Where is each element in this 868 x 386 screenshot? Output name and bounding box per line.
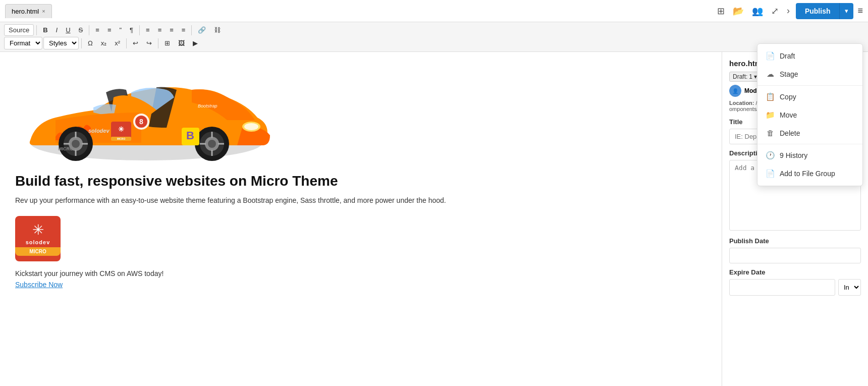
- svg-point-14: [208, 140, 216, 148]
- users-icon-btn[interactable]: 👥: [750, 4, 765, 19]
- editor-area[interactable]: ✳ MICRO B 8 solodev MICRO Bootstrap Buil…: [0, 52, 722, 386]
- bold-button[interactable]: B: [39, 24, 51, 36]
- superscript-button[interactable]: x²: [111, 37, 124, 49]
- unlink-button[interactable]: ⛓: [210, 24, 224, 36]
- dropdown-copy-label: Copy: [780, 93, 796, 101]
- quote-icon: ": [119, 26, 122, 34]
- align-justify-button[interactable]: ≡: [178, 24, 189, 36]
- svg-text:✳: ✳: [118, 125, 124, 133]
- top-bar: hero.html × ⊞ 📂 👥 ⤢ › Publish ▾ ≡: [0, 0, 868, 22]
- dropdown-item-copy[interactable]: 📋 Copy: [757, 88, 862, 106]
- dropdown-divider-2: [757, 144, 862, 144]
- align-justify-icon: ≡: [182, 26, 186, 34]
- folder-icon-btn[interactable]: 📂: [731, 4, 746, 19]
- image-button[interactable]: 🖼: [175, 37, 188, 49]
- svg-point-2: [244, 123, 258, 130]
- file-tab[interactable]: hero.html ×: [5, 4, 52, 18]
- svg-text:8: 8: [139, 118, 143, 126]
- align-center-icon: ≡: [158, 26, 162, 34]
- subscript-button[interactable]: x₂: [97, 37, 111, 49]
- unlink-icon: ⛓: [214, 26, 221, 34]
- expand-icon-btn[interactable]: ⤢: [769, 4, 781, 19]
- subscribe-now-link[interactable]: Subscribe Now: [15, 281, 63, 289]
- align-right-button[interactable]: ≡: [166, 24, 177, 36]
- add-file-group-icon: 📄: [766, 169, 775, 178]
- more-icon-btn[interactable]: ›: [785, 4, 792, 18]
- publish-date-label: Publish Date: [729, 237, 861, 245]
- align-center-button[interactable]: ≡: [154, 24, 166, 36]
- top-bar-right: ⊞ 📂 👥 ⤢ › Publish ▾ ≡: [715, 3, 863, 19]
- publish-dropdown-btn[interactable]: ▾: [839, 3, 853, 19]
- align-left-button[interactable]: ≡: [142, 24, 153, 36]
- align-left-icon: ≡: [146, 26, 150, 34]
- hamburger-icon: ≡: [857, 6, 863, 16]
- car-image: ✳ MICRO B 8 solodev MICRO Bootstrap: [15, 62, 278, 173]
- toolbar-divider-3: [139, 25, 140, 35]
- hamburger-button[interactable]: ≡: [857, 6, 863, 16]
- publish-date-field-group: Publish Date 09/04/2024 05:52 PM: [729, 237, 861, 263]
- blockquote-button[interactable]: ": [116, 24, 125, 36]
- editor-cta-text: Kickstart your journey with CMS on AWS t…: [15, 269, 707, 278]
- table-button[interactable]: ⊞: [161, 37, 174, 49]
- list-ul-icon: ≡: [95, 26, 99, 34]
- italic-button[interactable]: I: [52, 24, 62, 36]
- publish-date-input[interactable]: 09/04/2024 05:52 PM: [729, 248, 861, 263]
- dropdown-add-file-group-label: Add to File Group: [780, 170, 835, 178]
- dropdown-item-delete[interactable]: 🗑 Delete: [757, 124, 862, 142]
- link-button[interactable]: 🔗: [194, 24, 209, 36]
- move-icon: 📁: [766, 111, 775, 120]
- svg-text:Bootstrap: Bootstrap: [198, 103, 218, 108]
- copy-icon: 📋: [766, 92, 775, 101]
- expire-date-input[interactable]: [729, 279, 835, 296]
- special-char-button[interactable]: Ω: [84, 37, 96, 49]
- toolbar-divider-4: [191, 25, 192, 35]
- undo-icon: ↩: [133, 39, 138, 47]
- video-button[interactable]: ▶: [189, 37, 201, 49]
- underline-button[interactable]: U: [62, 24, 74, 36]
- draft-label: Draft:: [733, 73, 747, 80]
- expire-date-field-group: Expire Date In: [729, 268, 861, 296]
- solodev-logo: ✳ solodev MICRO: [15, 216, 61, 261]
- publish-btn-container: Publish ▾: [796, 3, 854, 19]
- expire-in-select[interactable]: In: [838, 279, 861, 296]
- superscript-icon: x²: [115, 39, 120, 47]
- subscript-icon: x₂: [101, 39, 107, 47]
- dropdown-item-add-file-group[interactable]: 📄 Add to File Group: [757, 164, 862, 183]
- chevron-down-icon: ▾: [845, 7, 848, 15]
- users-icon: 👥: [752, 6, 763, 17]
- unordered-list-button[interactable]: ≡: [92, 24, 103, 36]
- strikethrough-button[interactable]: S: [75, 24, 87, 36]
- tab-filename: hero.html: [12, 8, 39, 15]
- video-icon: ▶: [193, 39, 198, 47]
- dropdown-item-history[interactable]: 🕐 9 History: [757, 146, 862, 164]
- logo-snowflake-icon: ✳: [32, 222, 44, 238]
- dropdown-divider-1: [757, 85, 862, 86]
- dropdown-item-move[interactable]: 📁 Move: [757, 106, 862, 124]
- dropdown-move-label: Move: [780, 111, 797, 119]
- svg-text:MICRO: MICRO: [117, 137, 126, 140]
- tab-close-btn[interactable]: ×: [42, 8, 45, 14]
- redo-button[interactable]: ↪: [143, 37, 155, 49]
- expand-icon: ⤢: [771, 6, 779, 17]
- dropdown-item-draft[interactable]: 📄 Draft: [757, 52, 862, 65]
- history-icon: 🕐: [766, 151, 775, 160]
- svg-text:👤: 👤: [732, 88, 739, 94]
- logo-text: solodev: [26, 239, 50, 245]
- stage-icon: ☁: [766, 70, 775, 79]
- toolbar-divider-7: [158, 38, 158, 48]
- format-select[interactable]: Format: [4, 37, 42, 49]
- redo-icon: ↪: [146, 39, 152, 47]
- grid-icon-btn[interactable]: ⊞: [715, 4, 727, 19]
- styles-select[interactable]: Styles: [43, 37, 79, 49]
- draft-value: 1: [749, 73, 752, 80]
- dropdown-item-stage[interactable]: ☁ Stage: [757, 65, 862, 83]
- toolbar-row-1: Source B I U S ≡ ≡ " ¶ ≡ ≡ ≡ ≡ 🔗 ⛓: [4, 24, 864, 36]
- publish-button[interactable]: Publish: [796, 3, 840, 19]
- ordered-list-button[interactable]: ≡: [104, 24, 115, 36]
- expire-date-label: Expire Date: [729, 268, 861, 276]
- dropdown-history-label: 9 History: [780, 151, 807, 159]
- undo-button[interactable]: ↩: [129, 37, 142, 49]
- paragraph-button[interactable]: ¶: [126, 24, 137, 36]
- source-button[interactable]: Source: [4, 24, 34, 36]
- dropdown-delete-label: Delete: [780, 129, 800, 137]
